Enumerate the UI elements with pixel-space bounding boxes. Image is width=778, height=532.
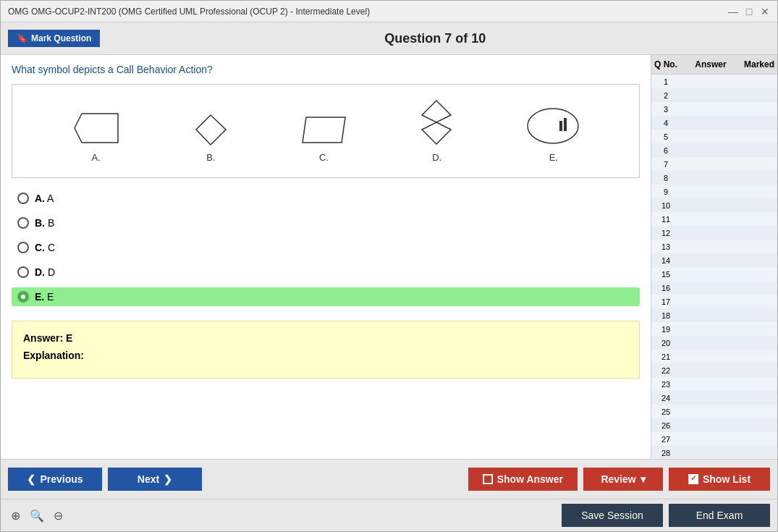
shape-b-label: B. — [206, 152, 215, 163]
option-c-row[interactable]: C. C — [12, 238, 640, 257]
main-window: OMG OMG-OCUP2-INT200 (OMG Certified UML … — [0, 0, 778, 532]
mark-question-button[interactable]: 🔖 Mark Question — [8, 30, 100, 47]
sidebar-row[interactable]: 23 — [651, 377, 777, 391]
sidebar-row[interactable]: 22 — [651, 363, 777, 377]
shapes-image-area: A. B. C. — [12, 84, 640, 178]
sidebar-row-no: 7 — [651, 160, 680, 169]
shape-b-container: B. — [195, 114, 227, 163]
sidebar-row[interactable]: 19 — [651, 322, 777, 336]
sidebar-row[interactable]: 4 — [651, 116, 777, 130]
shape-d-icon — [420, 99, 453, 146]
svg-marker-2 — [422, 101, 451, 122]
sidebar-row[interactable]: 7 — [651, 157, 777, 171]
sidebar-row-no: 14 — [651, 256, 680, 265]
sidebar-row[interactable]: 5 — [651, 130, 777, 143]
option-d-text: D. D — [35, 266, 55, 278]
sidebar-row[interactable]: 15 — [651, 267, 777, 281]
sidebar-row[interactable]: 27 — [651, 432, 777, 446]
shape-e-label: E. — [549, 152, 558, 163]
sidebar-row[interactable]: 8 — [651, 171, 777, 185]
maximize-button[interactable]: □ — [744, 7, 754, 17]
sidebar-row-no: 20 — [651, 339, 680, 347]
sidebar-row-no: 4 — [651, 119, 680, 127]
svg-marker-3 — [422, 122, 451, 144]
sidebar-row-no: 9 — [651, 187, 680, 196]
sidebar-row[interactable]: 24 — [651, 391, 777, 405]
sidebar-row[interactable]: 26 — [651, 418, 777, 432]
sidebar-row-no: 21 — [651, 352, 680, 361]
option-a-row[interactable]: A. A — [12, 189, 640, 208]
end-exam-button[interactable]: End Exam — [669, 504, 770, 527]
sidebar-row[interactable]: 11 — [651, 212, 777, 226]
sidebar-row[interactable]: 2 — [651, 88, 777, 102]
sidebar-row[interactable]: 1 — [651, 75, 777, 88]
sidebar-row-no: 15 — [651, 270, 680, 279]
sidebar-row[interactable]: 16 — [651, 281, 777, 295]
sidebar-row-no: 25 — [651, 408, 680, 416]
zoom-in-button[interactable]: ⊕ — [8, 507, 23, 524]
svg-point-4 — [528, 109, 578, 143]
main-area: What symbol depicts a Call Behavior Acti… — [1, 55, 777, 459]
show-list-checkbox-icon — [688, 474, 698, 484]
options-list: A. A B. B C. C D. D E. E — [12, 189, 640, 306]
sidebar-row[interactable]: 28 — [651, 446, 777, 459]
sidebar-row[interactable]: 20 — [651, 336, 777, 350]
sidebar-row[interactable]: 3 — [651, 102, 777, 116]
question-text: What symbol depicts a Call Behavior Acti… — [12, 64, 640, 75]
review-button[interactable]: Review ▾ — [583, 468, 663, 491]
sidebar-col-no: Q No. — [651, 58, 680, 71]
sidebar-row[interactable]: 12 — [651, 226, 777, 240]
sidebar-row[interactable]: 17 — [651, 295, 777, 308]
answer-line: Answer: E — [23, 332, 628, 344]
window-title: OMG OMG-OCUP2-INT200 (OMG Certified UML … — [8, 7, 370, 17]
previous-button[interactable]: ❮ Previous — [8, 468, 102, 491]
option-b-row[interactable]: B. B — [12, 214, 640, 232]
sidebar-row[interactable]: 10 — [651, 198, 777, 212]
sidebar-row[interactable]: 14 — [651, 253, 777, 267]
option-d-row[interactable]: D. D — [12, 263, 640, 282]
sidebar-row-no: 26 — [651, 421, 680, 430]
save-session-button[interactable]: Save Session — [562, 504, 663, 527]
option-c-radio[interactable] — [17, 242, 29, 253]
sidebar-row-no: 27 — [651, 435, 680, 444]
minimize-button[interactable]: — — [728, 7, 738, 17]
option-b-radio[interactable] — [17, 217, 29, 229]
shape-d-label: D. — [432, 152, 441, 163]
zoom-reset-button[interactable]: 🔍 — [27, 507, 47, 524]
shape-b-icon — [195, 114, 227, 146]
sidebar-header: Q No. Answer Marked — [651, 55, 777, 75]
shape-a-icon — [71, 110, 122, 146]
sidebar: Q No. Answer Marked 1 2 3 4 5 — [651, 55, 777, 459]
sidebar-row[interactable]: 9 — [651, 185, 777, 198]
sidebar-col-marked: Marked — [741, 58, 777, 71]
sidebar-row[interactable]: 6 — [651, 143, 777, 157]
sidebar-row-no: 3 — [651, 105, 680, 114]
show-answer-button[interactable]: Show Answer — [468, 468, 578, 491]
sidebar-row[interactable]: 13 — [651, 240, 777, 253]
sidebar-row[interactable]: 21 — [651, 350, 777, 363]
zoom-out-button[interactable]: ⊖ — [51, 507, 66, 524]
option-c-text: C. C — [35, 242, 55, 253]
action-bar: ⊕ 🔍 ⊖ Save Session End Exam — [1, 499, 777, 531]
shape-c-container: C. — [300, 114, 347, 163]
sidebar-row[interactable]: 25 — [651, 405, 777, 418]
question-header: Question 7 of 10 — [100, 31, 770, 46]
sidebar-list[interactable]: 1 2 3 4 5 6 7 8 — [651, 75, 777, 459]
sidebar-row-no: 18 — [651, 311, 680, 320]
option-e-row[interactable]: E. E — [12, 287, 640, 306]
sidebar-row-no: 6 — [651, 146, 680, 155]
sidebar-row-no: 2 — [651, 91, 680, 100]
show-answer-checkbox-icon — [483, 474, 493, 484]
option-a-radio[interactable] — [17, 193, 29, 204]
close-button[interactable]: ✕ — [760, 7, 770, 17]
shape-a-container: A. — [71, 110, 122, 163]
option-d-radio[interactable] — [17, 266, 29, 278]
sidebar-row[interactable]: 18 — [651, 308, 777, 322]
option-e-radio[interactable] — [17, 291, 29, 303]
shape-c-icon — [300, 114, 347, 146]
next-button[interactable]: Next ❯ — [108, 468, 202, 491]
show-list-button[interactable]: Show List — [669, 468, 770, 491]
review-dropdown-icon: ▾ — [640, 473, 646, 485]
sidebar-row-no: 28 — [651, 449, 680, 457]
sidebar-row-no: 23 — [651, 380, 680, 389]
